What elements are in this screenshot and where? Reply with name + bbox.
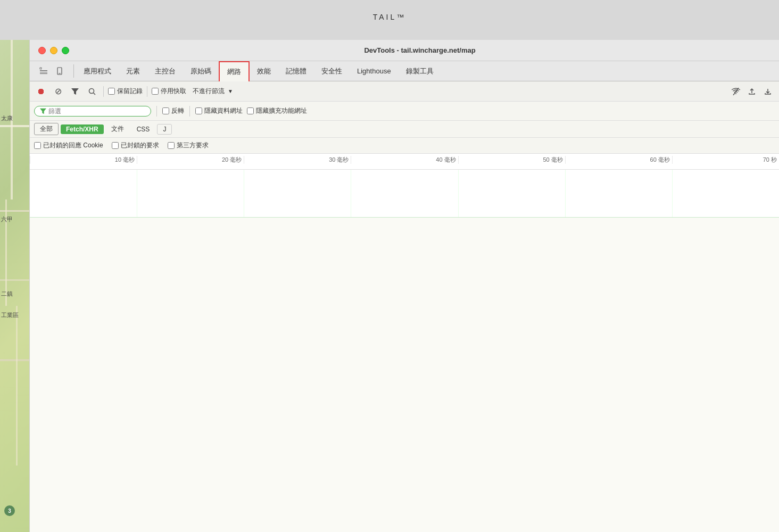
wifi-conditions-button[interactable] [729, 85, 743, 98]
invert-label: 反轉 [171, 106, 184, 115]
upload-icon [748, 88, 756, 95]
wifi-icon [732, 88, 740, 95]
toolbar-end-icons [729, 85, 775, 98]
nav-icons-group [32, 61, 71, 81]
logo-text: TAIL [373, 13, 397, 21]
tick-20ms: 20 毫秒 [137, 156, 244, 164]
third-party-label: 第三方要求 [177, 141, 209, 150]
grid-line-2 [244, 170, 244, 218]
filter-sep-2 [189, 106, 190, 117]
throttle-label: 不進行節流 [193, 87, 225, 96]
tab-sources[interactable]: 原始碼 [183, 61, 219, 81]
hide-extension-group[interactable]: 隱藏擴充功能網址 [247, 106, 307, 115]
filter-input[interactable] [48, 107, 134, 115]
blocked-cookies-group[interactable]: 已封鎖的回應 Cookie [34, 141, 103, 150]
filter-funnel-icon [40, 108, 46, 114]
maximize-button[interactable] [62, 47, 69, 54]
close-button[interactable] [38, 47, 46, 54]
main-container: 太康 六甲 二鎮 工業區 3 DevTools - tail.wincharge… [0, 40, 779, 532]
timeline-area: 10 毫秒 20 毫秒 30 毫秒 40 毫秒 50 毫秒 60 毫秒 70 秒 [30, 154, 779, 218]
svg-rect-5 [59, 73, 61, 73]
upload-button[interactable] [745, 85, 759, 98]
search-button[interactable] [85, 85, 99, 98]
inspect-icon-btn[interactable] [36, 64, 51, 79]
tab-lighthouse[interactable]: Lighthouse [350, 61, 399, 81]
record-stop-button[interactable]: ⏺ [34, 85, 48, 98]
third-party-checkbox[interactable] [168, 142, 175, 149]
hide-extension-checkbox[interactable] [247, 107, 254, 114]
grid-line-5 [565, 170, 566, 218]
window-title: DevTools - tail.wincharge.net/map [69, 46, 770, 54]
tick-50ms: 50 毫秒 [458, 156, 565, 164]
preserve-log-group[interactable]: 保留記錄 [108, 87, 143, 96]
timeline-ruler: 10 毫秒 20 毫秒 30 毫秒 40 毫秒 50 毫秒 60 毫秒 70 秒 [30, 154, 779, 170]
type-btn-css[interactable]: CSS [131, 124, 155, 134]
tab-app[interactable]: 應用程式 [76, 61, 119, 81]
svg-rect-0 [40, 68, 42, 69]
toolbar-sep-2 [147, 86, 147, 97]
tick-60ms: 60 毫秒 [565, 156, 672, 164]
svg-point-7 [89, 88, 94, 93]
type-filters-row: 全部 Fetch/XHR 文件 CSS J [30, 121, 779, 138]
tab-network[interactable]: 網路 [219, 61, 250, 81]
svg-line-8 [94, 93, 96, 95]
map-badge: 3 [4, 505, 15, 516]
search-icon [88, 88, 96, 95]
map-area: 太康 六甲 二鎮 工業區 3 [0, 40, 29, 532]
type-btn-fetch-xhr[interactable]: Fetch/XHR [61, 124, 104, 134]
devtools-panel: DevTools - tail.wincharge.net/map [29, 40, 779, 532]
minimize-button[interactable] [50, 47, 57, 54]
tick-70s: 70 秒 [672, 156, 779, 164]
filter-input-wrap [34, 106, 151, 117]
grid-line-6 [672, 170, 673, 218]
preserve-log-checkbox[interactable] [108, 88, 115, 95]
logo-tm: ™ [396, 13, 406, 21]
blocked-requests-checkbox[interactable] [112, 142, 119, 149]
window-chrome: DevTools - tail.wincharge.net/map [30, 40, 779, 61]
tab-elements[interactable]: 元素 [119, 61, 147, 81]
tab-memory[interactable]: 記憶體 [278, 61, 314, 81]
invert-checkbox[interactable] [162, 107, 169, 114]
hide-data-urls-checkbox[interactable] [195, 107, 202, 114]
type-btn-doc[interactable]: 文件 [106, 123, 129, 135]
disable-cache-label: 停用快取 [161, 87, 186, 96]
toolbar-sep-1 [103, 86, 104, 97]
map-background: 太康 六甲 二鎮 工業區 3 [0, 40, 29, 532]
filter-row: 反轉 隱藏資料網址 隱藏擴充功能網址 [30, 102, 779, 121]
checkbox-row: 已封鎖的回應 Cookie 已封鎖的要求 第三方要求 [30, 138, 779, 154]
grid-line-4 [458, 170, 459, 218]
hide-extension-label: 隱藏擴充功能網址 [256, 106, 307, 115]
third-party-group[interactable]: 第三方要求 [168, 141, 209, 150]
tick-10ms: 10 毫秒 [30, 156, 137, 164]
timeline-body [30, 170, 779, 218]
nav-separator-1 [73, 64, 74, 78]
disable-cache-group[interactable]: 停用快取 [152, 87, 186, 96]
svg-rect-1 [40, 70, 47, 71]
map-label-liujia: 六甲 [1, 215, 13, 223]
map-label-erzhen: 二鎮 [1, 290, 13, 298]
preserve-log-label: 保留記錄 [117, 87, 143, 96]
device-icon [55, 67, 64, 76]
throttle-select[interactable]: 不進行節流 ▼ [189, 86, 236, 97]
svg-rect-3 [40, 73, 47, 74]
hide-data-urls-group[interactable]: 隱藏資料網址 [195, 106, 243, 115]
blocked-cookies-checkbox[interactable] [34, 142, 41, 149]
blocked-requests-group[interactable]: 已封鎖的要求 [112, 141, 159, 150]
clear-button[interactable]: ⊘ [51, 85, 65, 98]
type-btn-all[interactable]: 全部 [34, 123, 59, 135]
disable-cache-checkbox[interactable] [152, 88, 159, 95]
type-btn-more[interactable]: J [157, 124, 172, 135]
tab-security[interactable]: 安全性 [314, 61, 350, 81]
device-icon-btn[interactable] [52, 64, 67, 79]
tab-performance[interactable]: 效能 [250, 61, 278, 81]
invert-filter-group[interactable]: 反轉 [162, 106, 184, 115]
filter-button[interactable] [68, 85, 82, 98]
filter-icon [71, 88, 79, 95]
grid-line-1 [137, 170, 137, 218]
download-button[interactable] [761, 85, 775, 98]
blocked-cookies-label: 已封鎖的回應 Cookie [43, 141, 103, 150]
filter-sep-1 [156, 106, 157, 117]
tick-30ms: 30 毫秒 [244, 156, 351, 164]
tab-recorder[interactable]: 錄製工具 [399, 61, 441, 81]
tab-console[interactable]: 主控台 [147, 61, 183, 81]
